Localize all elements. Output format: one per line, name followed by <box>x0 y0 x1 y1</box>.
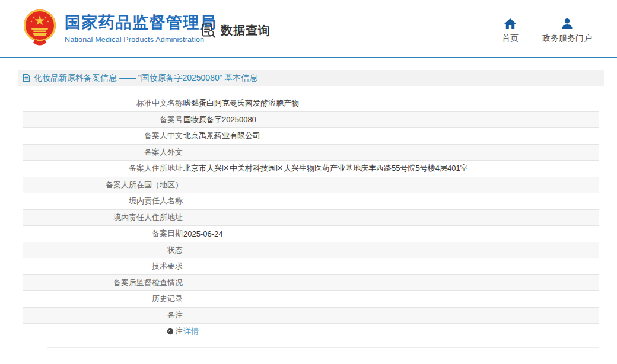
row-label: 技术要求 <box>23 258 183 275</box>
table-row: 备案人住所地址 北京市大兴区中关村科技园区大兴生物医药产业基地庆丰西路55号院5… <box>23 161 599 177</box>
row-label: 备案人外文 <box>23 144 183 161</box>
header-right-nav: 首页 政务服务门户 <box>502 18 592 44</box>
portal-label: 政务服务门户 <box>542 33 592 44</box>
home-label: 首页 <box>502 33 519 44</box>
row-value <box>183 144 599 161</box>
page-title-bar: 化妆品新原料备案信息 —— “国妆原备字20250080” 基本信息 <box>18 70 604 86</box>
table-row: 技术要求 <box>23 258 599 275</box>
row-label: 备案日期 <box>23 226 183 242</box>
row-label: 备案人所在国（地区） <box>23 177 183 193</box>
table-row: 备案人中文 北京禹景药业有限公司 <box>23 128 599 145</box>
row-value <box>183 258 599 275</box>
user-icon <box>561 18 574 30</box>
row-value <box>183 193 599 210</box>
table-row: 备案日期 2025-06-24 <box>23 226 599 242</box>
row-label: 注 <box>23 324 183 340</box>
site-title-cn: 国家药品监督管理局 <box>65 12 217 33</box>
info-table-body: 标准中文名称 嗜黏蛋白阿克曼氏菌发酵溶胞产物 备案号 国妆原备字20250080… <box>23 95 599 340</box>
document-search-icon <box>201 23 217 39</box>
table-row: 境内责任人住所地址 <box>23 209 599 226</box>
home-icon <box>504 18 517 30</box>
row-value: 详情 <box>183 324 599 340</box>
row-label: 标准中文名称 <box>23 95 183 112</box>
row-value <box>183 291 599 308</box>
site-header: 国家药品监督管理局 National Medical Products Admi… <box>0 0 617 58</box>
national-emblem-icon <box>21 8 59 47</box>
row-label: 境内责任人名称 <box>23 193 183 210</box>
row-label: 备注 <box>23 307 183 324</box>
nmpa-logo[interactable]: 国家药品监督管理局 National Medical Products Admi… <box>21 8 217 47</box>
row-value: 北京市大兴区中关村科技园区大兴生物医药产业基地庆丰西路55号院5号楼4层401室 <box>183 161 599 177</box>
data-query-nav[interactable]: 数据查询 <box>201 23 271 39</box>
portal-link[interactable]: 政务服务门户 <box>542 18 592 44</box>
note-bulb-icon <box>167 328 174 337</box>
document-icon <box>23 74 30 82</box>
row-label: 备案人中文 <box>23 128 183 145</box>
row-label: 备案人住所地址 <box>23 161 183 177</box>
info-table: 标准中文名称 嗜黏蛋白阿克曼氏菌发酵溶胞产物 备案号 国妆原备字20250080… <box>23 95 599 340</box>
row-value: 2025-06-24 <box>183 226 599 242</box>
row-label: 备案号 <box>23 111 183 128</box>
row-value <box>183 242 599 258</box>
table-row: 备注 <box>23 307 599 324</box>
table-row: 备案人外文 <box>23 144 599 161</box>
data-query-label: 数据查询 <box>221 23 271 39</box>
site-title-block: 国家药品监督管理局 National Medical Products Admi… <box>65 12 217 44</box>
home-link[interactable]: 首页 <box>502 18 519 44</box>
table-row: 备案人所在国（地区） <box>23 177 599 193</box>
row-label: 历史记录 <box>23 291 183 308</box>
table-row: 境内责任人名称 <box>23 193 599 210</box>
table-row: 备案后监督检查情况 <box>23 274 599 291</box>
row-label: 状态 <box>23 242 183 258</box>
row-value <box>183 274 599 291</box>
row-label: 境内责任人住所地址 <box>23 209 183 226</box>
table-row: 备案号 国妆原备字20250080 <box>23 111 599 128</box>
row-value: 北京禹景药业有限公司 <box>183 128 599 145</box>
site-title-en: National Medical Products Administration <box>65 36 217 44</box>
table-row: 注 详情 <box>23 324 599 340</box>
row-value <box>183 177 599 193</box>
row-value <box>183 307 599 324</box>
row-value: 国妆原备字20250080 <box>183 111 599 128</box>
table-row: 状态 <box>23 242 599 258</box>
footer-divider <box>47 347 599 348</box>
main-content: 化妆品新原料备案信息 —— “国妆原备字20250080” 基本信息 标准中文名… <box>0 70 617 348</box>
table-row: 历史记录 <box>23 291 599 308</box>
row-value: 嗜黏蛋白阿克曼氏菌发酵溶胞产物 <box>183 95 599 112</box>
row-value <box>183 209 599 226</box>
detail-link[interactable]: 详情 <box>183 327 199 336</box>
table-row: 标准中文名称 嗜黏蛋白阿克曼氏菌发酵溶胞产物 <box>23 95 599 112</box>
page-title: 化妆品新原料备案信息 —— “国妆原备字20250080” 基本信息 <box>34 73 257 84</box>
info-table-wrap: 标准中文名称 嗜黏蛋白阿克曼氏菌发酵溶胞产物 备案号 国妆原备字20250080… <box>23 95 599 340</box>
row-label: 备案后监督检查情况 <box>23 274 183 291</box>
